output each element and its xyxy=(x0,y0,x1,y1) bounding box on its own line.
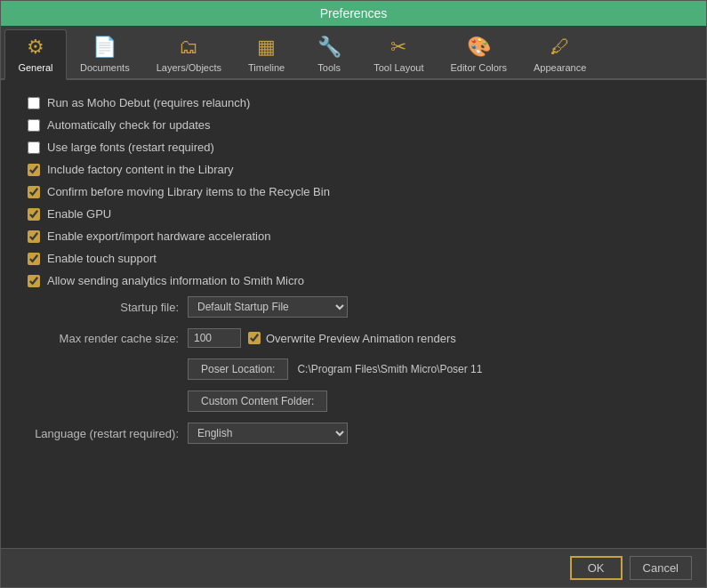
checkbox-row-enable-gpu: Enable GPU xyxy=(28,207,679,221)
tab-toollayout-label: Tool Layout xyxy=(374,62,423,73)
checkbox-row-large-fonts: Use large fonts (restart required) xyxy=(28,141,679,154)
appearance-icon: 🖊 xyxy=(550,36,570,59)
toolbar: ⚙ General 📄 Documents 🗂 Layers/Objects ▦… xyxy=(1,26,706,80)
checkbox-enable-gpu[interactable] xyxy=(28,208,40,221)
checkbox-row-hardware-accel: Enable export/import hardware accelerati… xyxy=(28,230,679,243)
cancel-button[interactable]: Cancel xyxy=(630,556,692,580)
overwrite-render-label: Overwrite Preview Animation renders xyxy=(266,332,456,345)
checkbox-row-auto-updates: Automatically check for updates xyxy=(28,118,679,132)
timeline-icon: ▦ xyxy=(257,36,276,59)
poser-location-button[interactable]: Poser Location: xyxy=(188,358,288,380)
tab-documents[interactable]: 📄 Documents xyxy=(67,29,143,78)
checkbox-hardware-accel[interactable] xyxy=(28,230,40,243)
language-select[interactable]: English French German Spanish Japanese C… xyxy=(188,423,348,444)
checkbox-label-enable-gpu: Enable GPU xyxy=(47,207,111,221)
render-cache-row: Max render cache size: Overwrite Preview… xyxy=(28,328,679,348)
poser-path-value: C:\Program Files\Smith Micro\Poser 11 xyxy=(297,363,482,375)
checkbox-row-run-as-debut: Run as Moho Debut (requires relaunch) xyxy=(28,96,679,109)
language-label: Language (restart required): xyxy=(28,427,179,440)
title-bar: Preferences xyxy=(1,1,706,26)
tab-documents-label: Documents xyxy=(80,62,130,73)
content-area: Run as Moho Debut (requires relaunch)Aut… xyxy=(1,80,706,548)
startup-file-label: Startup file: xyxy=(28,301,179,314)
checkbox-label-touch-support: Enable touch support xyxy=(47,252,157,265)
ok-button[interactable]: OK xyxy=(570,556,623,580)
language-row: Language (restart required): English Fre… xyxy=(28,423,679,444)
startup-file-select[interactable]: Default Startup File None Custom xyxy=(188,296,348,318)
checkbox-large-fonts[interactable] xyxy=(28,141,40,154)
dialog-title: Preferences xyxy=(320,6,387,20)
checkbox-auto-updates[interactable] xyxy=(28,119,40,132)
checkbox-label-factory-content: Include factory content in the Library xyxy=(47,163,234,176)
tab-timeline-label: Timeline xyxy=(248,62,285,73)
checkbox-row-confirm-recycle: Confirm before moving Library items to t… xyxy=(28,185,679,198)
poser-location-row: Poser Location: C:\Program Files\Smith M… xyxy=(28,358,679,380)
layers-icon: 🗂 xyxy=(179,36,198,59)
tab-editorcolors[interactable]: 🎨 Editor Colors xyxy=(437,29,520,78)
checkbox-label-auto-updates: Automatically check for updates xyxy=(47,118,211,132)
tab-timeline[interactable]: ▦ Timeline xyxy=(235,29,298,78)
overwrite-render-checkbox-row: Overwrite Preview Animation renders xyxy=(248,332,456,345)
checkbox-label-large-fonts: Use large fonts (restart required) xyxy=(47,141,214,154)
render-cache-input[interactable] xyxy=(188,328,241,348)
preferences-dialog: Preferences ⚙ General 📄 Documents 🗂 Laye… xyxy=(0,0,707,588)
render-cache-label: Max render cache size: xyxy=(28,332,179,345)
checkbox-row-touch-support: Enable touch support xyxy=(28,252,679,265)
tab-general-label: General xyxy=(18,62,52,73)
tab-layers[interactable]: 🗂 Layers/Objects xyxy=(143,29,235,78)
documents-icon: 📄 xyxy=(92,36,116,59)
checkbox-row-analytics: Allow sending analytics information to S… xyxy=(28,274,679,287)
tab-layers-label: Layers/Objects xyxy=(157,62,221,73)
tab-general[interactable]: ⚙ General xyxy=(4,29,67,80)
checkbox-touch-support[interactable] xyxy=(28,253,40,265)
checkbox-label-run-as-debut: Run as Moho Debut (requires relaunch) xyxy=(47,96,250,109)
tools-icon: 🔧 xyxy=(317,36,341,59)
startup-file-row: Startup file: Default Startup File None … xyxy=(28,296,679,318)
tab-appearance-label: Appearance xyxy=(534,62,586,73)
checkbox-label-confirm-recycle: Confirm before moving Library items to t… xyxy=(47,185,330,198)
custom-content-button[interactable]: Custom Content Folder: xyxy=(188,391,327,412)
tab-toollayout[interactable]: ✂ Tool Layout xyxy=(360,29,437,78)
editorcolors-icon: 🎨 xyxy=(467,36,491,59)
checkbox-row-factory-content: Include factory content in the Library xyxy=(28,163,679,176)
checkbox-factory-content[interactable] xyxy=(28,164,40,176)
overwrite-render-checkbox[interactable] xyxy=(248,332,261,344)
toollayout-icon: ✂ xyxy=(390,36,406,59)
checkboxes-section: Run as Moho Debut (requires relaunch)Aut… xyxy=(28,96,679,287)
custom-content-row: Custom Content Folder: xyxy=(28,391,679,412)
checkbox-analytics[interactable] xyxy=(28,275,40,287)
checkbox-confirm-recycle[interactable] xyxy=(28,186,40,198)
checkbox-label-hardware-accel: Enable export/import hardware accelerati… xyxy=(47,230,270,243)
tab-appearance[interactable]: 🖊 Appearance xyxy=(520,29,599,78)
checkbox-label-analytics: Allow sending analytics information to S… xyxy=(47,274,304,287)
general-icon: ⚙ xyxy=(27,36,44,59)
footer: OK Cancel xyxy=(1,548,706,587)
tab-editorcolors-label: Editor Colors xyxy=(450,62,507,73)
checkbox-run-as-debut[interactable] xyxy=(28,97,40,109)
tab-tools[interactable]: 🔧 Tools xyxy=(298,29,360,78)
tab-tools-label: Tools xyxy=(317,62,341,73)
